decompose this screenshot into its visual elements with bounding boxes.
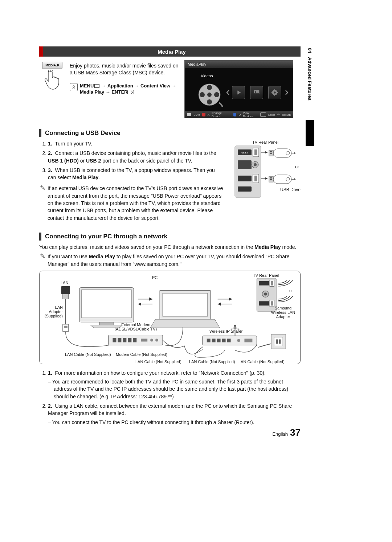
diagram-label-tv-rear: TV Rear Panel — [253, 273, 279, 278]
svg-rect-22 — [254, 149, 257, 155]
svg-rect-73 — [207, 338, 211, 342]
heading-network: Connecting to your PC through a network — [39, 233, 301, 241]
svg-rect-14 — [274, 89, 275, 90]
svg-rect-82 — [276, 339, 278, 344]
diagram-label-lan: LAN — [61, 280, 68, 285]
hand-pointer-icon — [43, 69, 61, 91]
list-item: You can connect the TV to the PC directl… — [48, 419, 301, 426]
svg-rect-65 — [128, 338, 131, 342]
svg-point-53 — [264, 292, 267, 295]
svg-rect-42 — [99, 322, 114, 325]
svg-rect-56 — [271, 301, 273, 305]
svg-rect-76 — [222, 338, 226, 342]
svg-rect-74 — [212, 338, 216, 342]
svg-rect-28 — [254, 176, 257, 181]
menu-path-text: MENU → Application → Content View → Medi… — [80, 83, 181, 95]
network-intro: You can play pictures, music and videos … — [39, 243, 301, 251]
note-icon: ✎ — [40, 253, 45, 268]
mediap-button: MEDIA.P — [42, 62, 62, 69]
svg-rect-64 — [123, 338, 126, 342]
svg-rect-16 — [271, 92, 273, 93]
heading-usb: Connecting a USB Device — [39, 129, 301, 137]
mediaplay-screenshot: MediaPlay Videos SUM A Change Dev — [184, 60, 293, 118]
enter-icon — [127, 90, 134, 94]
diagram-label-lan-adapter: LAN Adapter (Supplied) — [42, 305, 63, 318]
svg-point-69 — [155, 338, 158, 341]
diagram-label-samsung-adapter: Samsung Wireless LAN Adapter — [267, 306, 299, 319]
svg-rect-79 — [244, 338, 252, 342]
side-chapter-tab: 04 Advanced Features — [306, 46, 314, 169]
list-item: 3. When USB is connected to the TV, a po… — [48, 167, 224, 181]
svg-point-6 — [207, 85, 212, 90]
screenshot-title: MediaPlay — [185, 61, 293, 68]
svg-point-3 — [73, 86, 74, 87]
intro-blurb: Enjoy photos, music and/or movie files s… — [70, 62, 181, 76]
svg-rect-43 — [61, 286, 70, 294]
svg-rect-67 — [141, 338, 147, 341]
section-header-bar: Media Play — [39, 46, 301, 57]
diagram-label-wireless-sharer: Wireless IP Sharer — [209, 329, 243, 333]
list-item: 2. Connect a USB device containing photo… — [48, 149, 224, 164]
svg-rect-15 — [274, 95, 275, 96]
header-title: Media Play — [43, 46, 301, 57]
diagram-label-ext-modem: External Modem(ADSL/VDSL/Cable TV) — [112, 323, 159, 331]
svg-rect-41 — [82, 290, 132, 317]
usb-note: ✎ If an external USB device connected to… — [40, 185, 224, 221]
svg-rect-17 — [277, 92, 278, 93]
usb-steps-list: 1. Turn on your TV. 2. Connect a USB dev… — [39, 140, 224, 181]
svg-point-71 — [234, 325, 236, 327]
battery-icon — [187, 113, 191, 116]
svg-point-7 — [207, 99, 212, 104]
mediap-remote-illustration: MEDIA.P — [39, 60, 65, 118]
svg-point-68 — [150, 338, 153, 341]
diagram-label-or: or — [289, 288, 293, 293]
screenshot-sum-label: SUM — [193, 113, 200, 116]
list-item: You are recommended to locate both the T… — [48, 378, 301, 400]
svg-rect-38 — [273, 175, 291, 184]
side-tab-marker — [306, 120, 314, 146]
svg-rect-62 — [113, 338, 116, 342]
svg-rect-54 — [259, 301, 269, 305]
usb-rear-panel-diagram: TV Rear Panel USB 2 — [230, 140, 301, 222]
svg-rect-81 — [274, 337, 283, 346]
svg-rect-33 — [273, 149, 291, 157]
red-a-key-icon — [202, 113, 205, 116]
rear-panel-title: TV Rear Panel — [230, 140, 301, 144]
svg-point-25 — [254, 163, 257, 166]
list-item: 2. Using a LAN cable, connect between th… — [48, 402, 301, 426]
svg-rect-75 — [217, 338, 221, 342]
list-item: 1. For more information on how to config… — [48, 369, 301, 400]
svg-rect-37 — [270, 179, 272, 180]
blue-d-key-icon — [233, 113, 237, 116]
chevron-right-icon — [285, 90, 289, 95]
svg-rect-31 — [270, 151, 272, 152]
footer-language: English — [272, 431, 288, 437]
svg-point-8 — [200, 92, 205, 97]
svg-rect-29 — [238, 186, 252, 192]
chapter-title: Advanced Features — [307, 57, 313, 100]
footer-page-number: 37 — [290, 427, 301, 438]
enter-icon — [260, 112, 266, 117]
chevron-left-icon — [226, 90, 230, 95]
list-item: 1. Turn on your TV. — [48, 140, 224, 147]
change-device-label: Change Device — [212, 111, 229, 118]
note-icon: ✎ — [40, 185, 45, 221]
svg-rect-26 — [238, 176, 252, 181]
svg-rect-47 — [163, 293, 208, 316]
view-devices-label: View Devices — [243, 111, 258, 118]
network-steps-list: 1. For more information on how to config… — [39, 369, 301, 426]
svg-rect-49 — [259, 281, 269, 286]
svg-rect-44 — [63, 294, 69, 299]
svg-point-5 — [207, 93, 212, 97]
svg-rect-36 — [270, 177, 272, 178]
svg-rect-46 — [64, 326, 68, 328]
svg-point-78 — [237, 339, 240, 342]
film-reel-icon — [197, 82, 223, 108]
network-diagram: PC LAN LAN Adapter (Supplied) External M… — [39, 271, 301, 364]
svg-rect-23 — [238, 160, 252, 169]
screenshot-category: Videos — [201, 74, 213, 78]
page-footer: English 37 — [272, 427, 301, 438]
menu-button-icon — [70, 83, 78, 91]
svg-rect-63 — [118, 338, 121, 342]
svg-point-13 — [274, 91, 276, 94]
